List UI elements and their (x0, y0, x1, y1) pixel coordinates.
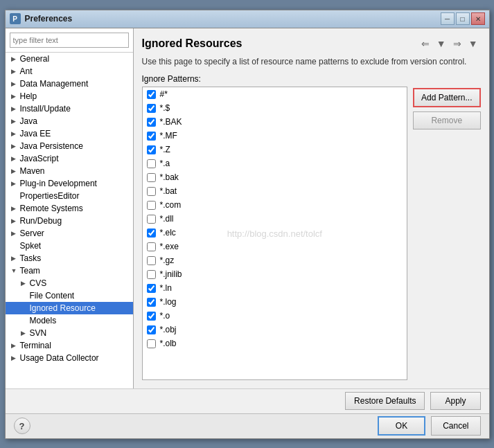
sidebar-item-java-ee[interactable]: ▶Java EE (6, 127, 133, 140)
sidebar-item-label: PropertiesEditor (20, 191, 80, 201)
pattern-label: *.Z (160, 145, 170, 154)
pattern-checkbox[interactable] (147, 312, 156, 321)
pattern-label: *.o (160, 311, 170, 321)
cancel-button[interactable]: Cancel (431, 416, 480, 436)
pattern-item: *.exe (143, 240, 407, 253)
sidebar-item-java-persistence[interactable]: ▶Java Persistence (6, 140, 133, 152)
pattern-checkbox[interactable] (147, 284, 156, 293)
sidebar-item-label: Spket (20, 241, 42, 251)
tree-arrow-icon: ▶ (11, 355, 18, 361)
pattern-checkbox[interactable] (147, 118, 156, 127)
sidebar-item-server[interactable]: ▶Server (6, 227, 133, 240)
pattern-checkbox[interactable] (147, 242, 156, 251)
sidebar-item-java[interactable]: ▶Java (6, 115, 133, 127)
search-box (6, 28, 133, 53)
back-button[interactable]: ⇐ (418, 37, 432, 51)
pattern-checkbox[interactable] (147, 104, 156, 113)
sidebar-item-run-debug[interactable]: ▶Run/Debug (6, 215, 133, 227)
close-button[interactable]: ✕ (471, 12, 485, 25)
pattern-label: *.olb (160, 339, 177, 348)
sidebar-item-models[interactable]: Models (6, 314, 133, 327)
pattern-checkbox[interactable] (147, 229, 156, 238)
pattern-item: *.olb (143, 337, 407, 350)
pattern-checkbox[interactable] (147, 132, 156, 141)
sidebar-item-spket[interactable]: Spket (6, 240, 133, 252)
pattern-label: *.log (160, 297, 177, 307)
panel-title: Ignored Resources (142, 37, 242, 50)
tree-arrow-icon: ▶ (11, 205, 18, 212)
sidebar-item-maven[interactable]: ▶Maven (6, 165, 133, 177)
sidebar-item-label: Team (20, 266, 40, 276)
pattern-checkbox[interactable] (147, 90, 156, 99)
sidebar-item-plug-in-development[interactable]: ▶Plug-in Development (6, 177, 133, 190)
sidebar-item-file-content[interactable]: File Content (6, 289, 133, 302)
sidebar-item-label: Terminal (20, 341, 51, 350)
panel-description: Use this page to specify a list of resou… (142, 56, 481, 68)
pattern-item: *.$ (143, 101, 407, 115)
pattern-checkbox[interactable] (147, 339, 156, 348)
sidebar: ▶General▶Ant▶Data Management▶Help▶Instal… (6, 28, 134, 388)
help-button[interactable]: ? (14, 418, 30, 434)
pattern-checkbox[interactable] (147, 159, 156, 168)
pattern-checkbox[interactable] (147, 325, 156, 334)
remove-button[interactable]: Remove (413, 111, 480, 129)
minimize-button[interactable]: ─ (441, 12, 455, 25)
pattern-checkbox[interactable] (147, 215, 156, 224)
add-pattern-button[interactable]: Add Pattern... (413, 88, 480, 107)
sidebar-item-terminal[interactable]: ▶Terminal (6, 339, 133, 352)
pattern-checkbox[interactable] (147, 145, 156, 154)
forward-button[interactable]: ⇒ (450, 37, 464, 51)
ok-button[interactable]: OK (378, 416, 425, 436)
pattern-item: *.com (143, 198, 407, 212)
right-panel: Ignored Resources ⇐ ▼ ⇒ ▼ Use this page … (134, 28, 489, 388)
pattern-label: *.MF (160, 131, 177, 141)
pattern-label: *.gz (160, 256, 175, 265)
pattern-label: *.bak (160, 172, 179, 182)
pattern-item: #* (143, 87, 407, 101)
footer-right: OK Cancel (378, 416, 481, 436)
restore-defaults-button[interactable]: Restore Defaults (345, 392, 425, 410)
pattern-checkbox[interactable] (147, 201, 156, 210)
tree-arrow-icon: ▶ (11, 68, 18, 75)
sidebar-item-label: Remote Systems (20, 204, 83, 213)
maximize-button[interactable]: □ (456, 12, 470, 25)
sidebar-item-label: Run/Debug (20, 216, 62, 226)
apply-button[interactable]: Apply (430, 392, 480, 410)
sidebar-item-svn[interactable]: ▶SVN (6, 327, 133, 339)
sidebar-item-label: General (20, 54, 50, 64)
search-input[interactable] (10, 33, 129, 48)
pattern-item: *.MF (143, 129, 407, 143)
sidebar-item-usage-data-collector[interactable]: ▶Usage Data Collector (6, 352, 133, 364)
toolbar-menu-button[interactable]: ▼ (466, 37, 481, 51)
sidebar-item-remote-systems[interactable]: ▶Remote Systems (6, 202, 133, 215)
sidebar-item-javascript[interactable]: ▶JavaScript (6, 152, 133, 165)
tree-arrow-icon: ▶ (21, 280, 28, 287)
sidebar-item-ant[interactable]: ▶Ant (6, 65, 133, 78)
sidebar-item-general[interactable]: ▶General (6, 53, 133, 65)
pattern-label: *.BAK (160, 117, 182, 127)
sidebar-item-team[interactable]: ▼Team (6, 265, 133, 277)
sidebar-item-propertieseditor[interactable]: PropertiesEditor (6, 190, 133, 202)
sidebar-item-label: Data Management (20, 79, 89, 89)
pattern-checkbox[interactable] (147, 256, 156, 265)
sidebar-item-label: Ant (20, 66, 33, 76)
pattern-checkbox[interactable] (147, 187, 156, 196)
pattern-label: *.obj (160, 325, 177, 334)
pattern-item: *.ln (143, 281, 407, 295)
sidebar-item-cvs[interactable]: ▶CVS (6, 277, 133, 289)
sidebar-item-label: File Content (30, 291, 75, 301)
pattern-checkbox[interactable] (147, 298, 156, 307)
pattern-label: #* (160, 89, 168, 99)
window-title: Preferences (25, 14, 441, 24)
patterns-buttons: Add Pattern... Remove (413, 87, 480, 379)
sidebar-item-install-update[interactable]: ▶Install/Update (6, 102, 133, 115)
preferences-window: P Preferences ─ □ ✕ ▶General▶Ant▶Data Ma… (5, 10, 490, 439)
sidebar-item-data-management[interactable]: ▶Data Management (6, 78, 133, 90)
sidebar-item-help[interactable]: ▶Help (6, 90, 133, 102)
sidebar-item-tasks[interactable]: ▶Tasks (6, 252, 133, 265)
dropdown-button[interactable]: ▼ (434, 37, 449, 51)
sidebar-item-ignored-resource[interactable]: Ignored Resource (6, 302, 133, 314)
pattern-label: *.ln (160, 283, 172, 293)
pattern-checkbox[interactable] (147, 173, 156, 182)
pattern-checkbox[interactable] (147, 270, 156, 279)
